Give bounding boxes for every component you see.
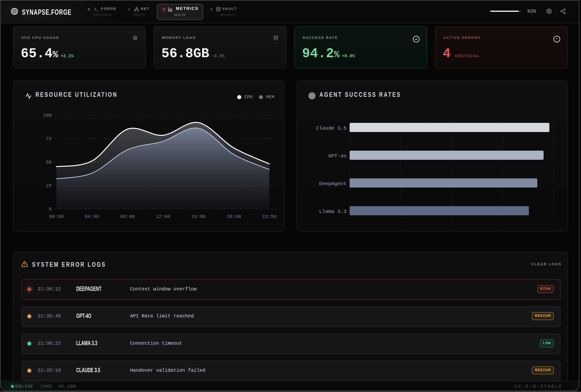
svg-text:08:00: 08:00 bbox=[120, 214, 135, 220]
svg-text:Claude 3.5: Claude 3.5 bbox=[316, 126, 347, 131]
svg-text:12:00: 12:00 bbox=[156, 214, 170, 220]
svg-text:100: 100 bbox=[43, 113, 52, 118]
svg-text:GPT-4o: GPT-4o bbox=[328, 153, 347, 159]
svg-text:75: 75 bbox=[46, 136, 52, 142]
svg-text:04:00: 04:00 bbox=[85, 214, 99, 220]
svg-text:0: 0 bbox=[49, 206, 52, 212]
svg-text:25: 25 bbox=[46, 183, 52, 188]
svg-text:Llama 3.3: Llama 3.3 bbox=[319, 209, 347, 214]
svg-text:20:00: 20:00 bbox=[227, 214, 241, 220]
svg-text:00:00: 00:00 bbox=[49, 214, 64, 220]
svg-text:23:59: 23:59 bbox=[262, 214, 276, 220]
svg-text:DeepAgent: DeepAgent bbox=[319, 181, 347, 186]
svg-text:50: 50 bbox=[46, 160, 52, 165]
svg-text:16:00: 16:00 bbox=[191, 214, 206, 220]
